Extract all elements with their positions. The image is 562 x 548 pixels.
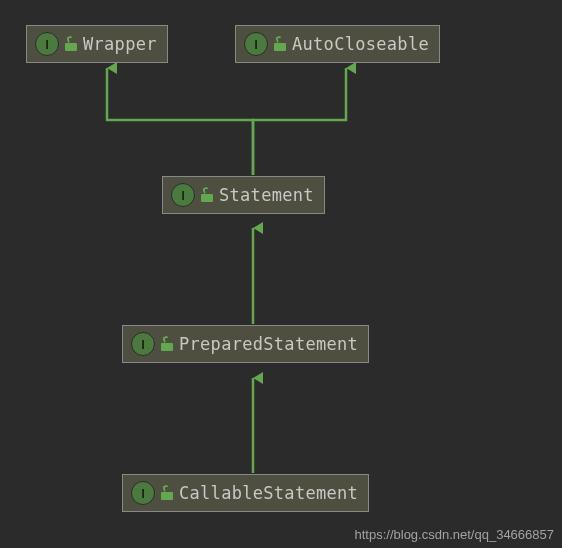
interface-icon: I bbox=[35, 32, 59, 56]
node-label: AutoCloseable bbox=[292, 34, 429, 54]
interface-icon: I bbox=[244, 32, 268, 56]
edge-statement-wrapper bbox=[107, 68, 253, 175]
interface-icon: I bbox=[171, 183, 195, 207]
node-wrapper[interactable]: I Wrapper bbox=[26, 25, 168, 63]
lock-icon bbox=[161, 337, 173, 351]
lock-icon bbox=[274, 37, 286, 51]
watermark: https://blog.csdn.net/qq_34666857 bbox=[355, 527, 555, 542]
lock-icon bbox=[161, 486, 173, 500]
class-hierarchy-diagram: I Wrapper I AutoCloseable I Statement I … bbox=[0, 0, 562, 548]
edges-layer bbox=[0, 0, 562, 548]
interface-icon: I bbox=[131, 481, 155, 505]
lock-icon bbox=[65, 37, 77, 51]
node-label: PreparedStatement bbox=[179, 334, 358, 354]
node-label: Wrapper bbox=[83, 34, 157, 54]
edge-statement-autocloseable bbox=[253, 68, 346, 175]
node-callablestatement[interactable]: I CallableStatement bbox=[122, 474, 369, 512]
node-autocloseable[interactable]: I AutoCloseable bbox=[235, 25, 440, 63]
interface-icon: I bbox=[131, 332, 155, 356]
node-label: Statement bbox=[219, 185, 314, 205]
node-preparedstatement[interactable]: I PreparedStatement bbox=[122, 325, 369, 363]
lock-icon bbox=[201, 188, 213, 202]
node-statement[interactable]: I Statement bbox=[162, 176, 325, 214]
node-label: CallableStatement bbox=[179, 483, 358, 503]
